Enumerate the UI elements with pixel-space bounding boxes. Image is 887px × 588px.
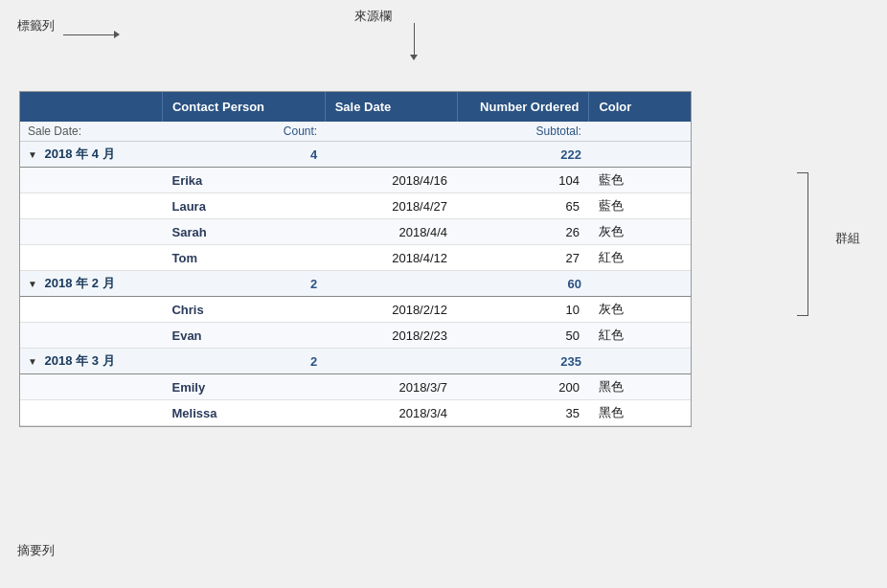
summary-label-row: Sale Date: Count: Subtotal: <box>20 122 691 142</box>
group-year-0: 2018 年 4 月 <box>45 147 115 161</box>
group-date-empty-2 <box>325 349 457 374</box>
group-header-2: ▼ 2018 年 3 月 2 235 <box>20 349 691 374</box>
table-row: Laura 2018/4/27 65 藍色 <box>20 193 691 219</box>
group-title-1: ▼ 2018 年 2 月 <box>20 271 162 297</box>
row-name-1-1: Evan <box>162 323 325 349</box>
row-date-2-1: 2018/3/4 <box>325 400 457 426</box>
row-name-1-0: Chris <box>162 297 325 323</box>
group-date-empty-1 <box>325 271 457 297</box>
row-empty-0-0 <box>20 168 162 193</box>
sale-date-label: Sale Date: <box>20 122 162 142</box>
table-row: Erika 2018/4/16 104 藍色 <box>20 168 691 193</box>
row-name-0-3: Tom <box>162 245 325 271</box>
row-empty-0-2 <box>20 219 162 245</box>
row-empty-1-1 <box>20 323 162 349</box>
chevron-icon-2: ▼ <box>28 356 37 367</box>
row-empty-0-1 <box>20 193 162 219</box>
row-empty-0-3 <box>20 245 162 271</box>
row-number-0-3: 27 <box>457 245 589 271</box>
row-number-0-2: 26 <box>457 219 589 245</box>
group-bracket <box>797 172 808 316</box>
group-title-0: ▼ 2018 年 4 月 <box>20 142 162 168</box>
empty-color-summary <box>589 122 691 142</box>
row-color-1-0: 灰色 <box>589 297 691 323</box>
group-year-1: 2018 年 2 月 <box>45 276 115 290</box>
annotation-tag-row: 標籤列 <box>17 17 55 34</box>
table-row: Melissa 2018/3/4 35 黑色 <box>20 400 691 426</box>
col-header-color: Color <box>589 92 691 122</box>
annotation-group: 群組 <box>835 230 860 247</box>
group-count-1: 2 <box>162 271 325 297</box>
row-number-0-1: 65 <box>457 193 589 219</box>
group-title-2: ▼ 2018 年 3 月 <box>20 349 162 374</box>
row-name-0-0: Erika <box>162 168 325 193</box>
row-name-0-1: Laura <box>162 193 325 219</box>
row-date-0-3: 2018/4/12 <box>325 245 457 271</box>
row-color-2-0: 黑色 <box>589 374 691 400</box>
group-header-1: ▼ 2018 年 2 月 2 60 <box>20 271 691 297</box>
subtotal-label: Subtotal: <box>457 122 589 142</box>
table-row: Emily 2018/3/7 200 黑色 <box>20 374 691 400</box>
row-color-2-1: 黑色 <box>589 400 691 426</box>
table-row: Chris 2018/2/12 10 灰色 <box>20 297 691 323</box>
row-color-0-0: 藍色 <box>589 168 691 193</box>
row-empty-1-0 <box>20 297 162 323</box>
table-row: Tom 2018/4/12 27 紅色 <box>20 245 691 271</box>
chevron-icon-0: ▼ <box>28 149 37 160</box>
arrow-source-col <box>414 23 415 59</box>
row-number-1-1: 50 <box>457 323 589 349</box>
group-header-0: ▼ 2018 年 4 月 4 222 <box>20 142 691 168</box>
col-header-contact: Contact Person <box>162 92 325 122</box>
table-header-row: Contact Person Sale Date Number Ordered … <box>20 92 691 122</box>
table-row: Sarah 2018/4/4 26 灰色 <box>20 219 691 245</box>
row-date-0-2: 2018/4/4 <box>325 219 457 245</box>
row-date-1-1: 2018/2/23 <box>325 323 457 349</box>
table-container: Contact Person Sale Date Number Ordered … <box>19 91 692 427</box>
row-empty-2-0 <box>20 374 162 400</box>
annotation-summary-row: 摘要列 <box>17 542 55 559</box>
row-name-0-2: Sarah <box>162 219 325 245</box>
col-header-sale-date: Sale Date <box>325 92 457 122</box>
group-color-empty-2 <box>589 349 691 374</box>
group-date-empty-0 <box>325 142 457 168</box>
row-number-1-0: 10 <box>457 297 589 323</box>
row-name-2-0: Emily <box>162 374 325 400</box>
chevron-icon-1: ▼ <box>28 279 37 289</box>
col-header-empty <box>20 92 162 122</box>
arrow-tag-row <box>63 34 119 35</box>
group-year-2: 2018 年 3 月 <box>45 353 115 368</box>
group-subtotal-2: 235 <box>457 349 589 374</box>
count-label: Count: <box>162 122 325 142</box>
row-date-0-0: 2018/4/16 <box>325 168 457 193</box>
row-color-1-1: 紅色 <box>589 323 691 349</box>
row-number-2-1: 35 <box>457 400 589 426</box>
data-table: Contact Person Sale Date Number Ordered … <box>20 92 691 426</box>
group-color-empty-1 <box>589 271 691 297</box>
group-color-empty-0 <box>589 142 691 168</box>
table-row: Evan 2018/2/23 50 紅色 <box>20 323 691 349</box>
empty-date-summary <box>325 122 457 142</box>
row-date-2-0: 2018/3/7 <box>325 374 457 400</box>
row-date-0-1: 2018/4/27 <box>325 193 457 219</box>
row-number-0-0: 104 <box>457 168 589 193</box>
col-header-number: Number Ordered <box>457 92 589 122</box>
group-count-2: 2 <box>162 349 325 374</box>
row-color-0-3: 紅色 <box>589 245 691 271</box>
page-wrapper: 標籤列 來源欄 群組 摘要列 Contact Person Sale Date … <box>0 0 887 588</box>
row-name-2-1: Melissa <box>162 400 325 426</box>
row-color-0-1: 藍色 <box>589 193 691 219</box>
row-date-1-0: 2018/2/12 <box>325 297 457 323</box>
row-empty-2-1 <box>20 400 162 426</box>
group-count-0: 4 <box>162 142 325 168</box>
group-subtotal-1: 60 <box>457 271 589 297</box>
annotation-source-col: 來源欄 <box>354 8 392 25</box>
row-number-2-0: 200 <box>457 374 589 400</box>
row-color-0-2: 灰色 <box>589 219 691 245</box>
group-subtotal-0: 222 <box>457 142 589 168</box>
